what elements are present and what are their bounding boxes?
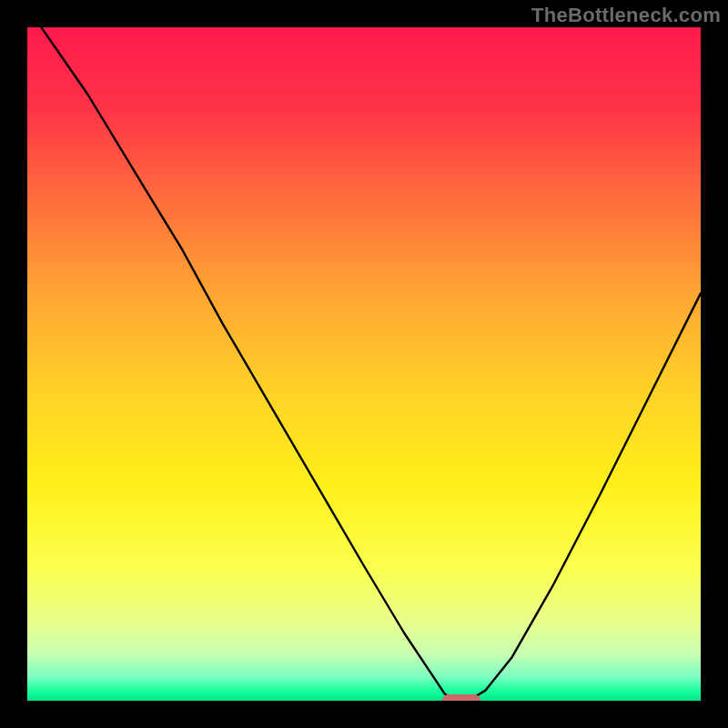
watermark-text: TheBottleneck.com — [531, 4, 721, 27]
gradient-background — [27, 27, 701, 701]
chart-frame: TheBottleneck.com — [0, 0, 728, 728]
plot-area — [27, 27, 701, 701]
optimal-marker-pill — [442, 694, 480, 701]
plot-svg — [27, 27, 701, 701]
